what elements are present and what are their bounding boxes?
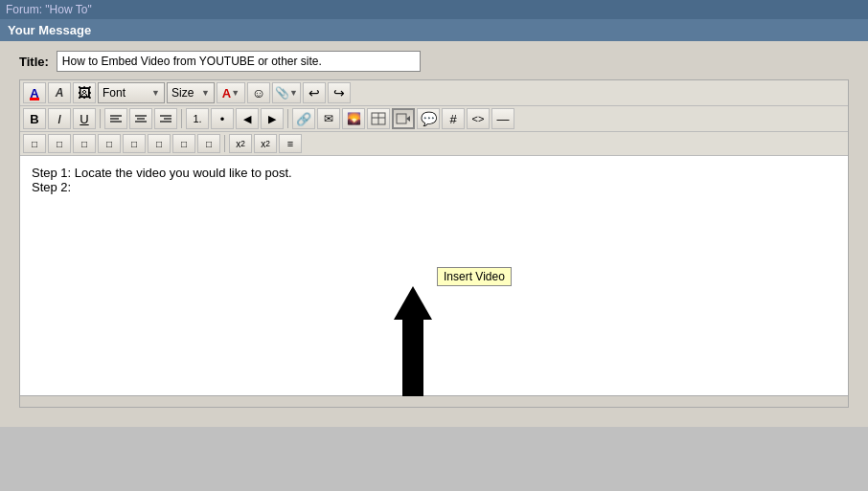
separator-2 — [181, 109, 182, 128]
italic-btn[interactable]: I — [48, 108, 71, 129]
hash-btn[interactable]: # — [442, 108, 465, 129]
link-btn[interactable]: 🔗 — [292, 108, 315, 129]
align-right-btn[interactable] — [154, 108, 177, 129]
ordered-list-btn[interactable]: 1. — [186, 108, 209, 129]
superscript-btn[interactable]: x2 — [254, 134, 277, 153]
separator-1 — [100, 109, 101, 128]
size-dropdown-arrow: ▼ — [201, 88, 210, 98]
arrow-overlay — [394, 286, 432, 396]
email-btn[interactable]: ✉ — [317, 108, 340, 129]
editor-line-1: Step 1: Locate the video you would like … — [32, 166, 836, 180]
outer-container: Title: A A 🖼 Font ▼ Size ▼ A▼ — [0, 41, 868, 427]
format-a2-btn[interactable]: A — [48, 82, 71, 103]
align-center-icon — [134, 113, 148, 124]
code-btn[interactable]: <> — [467, 108, 490, 129]
separator-3 — [287, 109, 288, 128]
scrollbar-area[interactable] — [20, 395, 848, 407]
separator-t3 — [224, 135, 225, 152]
bold-btn[interactable]: B — [23, 108, 46, 129]
insert-video-btn[interactable] — [392, 108, 415, 129]
size-label: Size — [171, 86, 194, 100]
color-btn[interactable]: A▼ — [217, 82, 245, 103]
toolbar-row-3: □ □ □ □ □ □ □ □ x2 x2 ≡ — [20, 132, 848, 156]
indent-increase-btn[interactable]: ▶ — [261, 108, 284, 129]
arrow-shaft-down — [402, 320, 423, 396]
svg-rect-12 — [397, 114, 406, 123]
editor-line-2: Step 2: — [32, 180, 836, 194]
t3-justify-btn[interactable]: ≡ — [279, 134, 302, 153]
video-icon — [396, 112, 411, 125]
t3-6-btn[interactable]: □ — [148, 134, 171, 153]
editor-area[interactable]: Step 1: Locate the video you would like … — [20, 156, 848, 395]
tooltip-text: Insert Video — [444, 270, 505, 283]
t3-8-btn[interactable]: □ — [197, 134, 220, 153]
redo-btn[interactable]: ↪ — [328, 82, 351, 103]
align-center-btn[interactable] — [129, 108, 152, 129]
table-btn[interactable] — [367, 108, 390, 129]
t3-1-btn[interactable]: □ — [23, 134, 46, 153]
arrow-head-up — [394, 286, 432, 320]
table-icon — [371, 112, 386, 125]
font-dropdown-arrow: ▼ — [151, 88, 160, 98]
quote-btn[interactable]: 💬 — [417, 108, 440, 129]
t3-5-btn[interactable]: □ — [123, 134, 146, 153]
font-dropdown[interactable]: Font ▼ — [98, 82, 165, 103]
align-left-btn[interactable] — [104, 108, 127, 129]
editor-container: A A 🖼 Font ▼ Size ▼ A▼ ☺ — [19, 79, 849, 408]
title-row: Title: — [19, 51, 849, 72]
format-a1-btn[interactable]: A — [23, 82, 46, 103]
header-title: Your Message — [8, 23, 91, 37]
unordered-list-btn[interactable]: • — [211, 108, 234, 129]
attach-btn[interactable]: 📎▼ — [272, 82, 301, 103]
emoji-btn[interactable]: ☺ — [247, 82, 270, 103]
tooltip: Insert Video — [437, 267, 512, 286]
align-left-icon — [109, 113, 123, 124]
title-input[interactable] — [57, 51, 421, 72]
subscript-btn[interactable]: x2 — [229, 134, 252, 153]
forum-bar: Forum: "How To" — [0, 0, 868, 19]
forum-bar-text: Forum: "How To" — [0, 0, 868, 19]
font-label: Font — [103, 86, 126, 100]
your-message-header: Your Message — [0, 19, 868, 41]
undo-btn[interactable]: ↩ — [303, 82, 326, 103]
hr-btn[interactable]: — — [491, 108, 514, 129]
t3-7-btn[interactable]: □ — [172, 134, 195, 153]
image-insert-btn[interactable]: 🖼 — [73, 82, 96, 103]
title-label: Title: — [19, 55, 49, 69]
toolbar-row-1: A A 🖼 Font ▼ Size ▼ A▼ ☺ — [20, 80, 848, 106]
t3-3-btn[interactable]: □ — [73, 134, 96, 153]
size-dropdown[interactable]: Size ▼ — [167, 82, 215, 103]
underline-btn[interactable]: U — [73, 108, 96, 129]
svg-marker-13 — [406, 116, 410, 122]
toolbar-row-2: B I U 1. • ◀ ▶ 🔗 ✉ 🌄 — [20, 106, 848, 132]
t3-4-btn[interactable]: □ — [98, 134, 121, 153]
indent-decrease-btn[interactable]: ◀ — [236, 108, 259, 129]
image-btn2[interactable]: 🌄 — [342, 108, 365, 129]
align-right-icon — [159, 113, 172, 124]
t3-2-btn[interactable]: □ — [48, 134, 71, 153]
